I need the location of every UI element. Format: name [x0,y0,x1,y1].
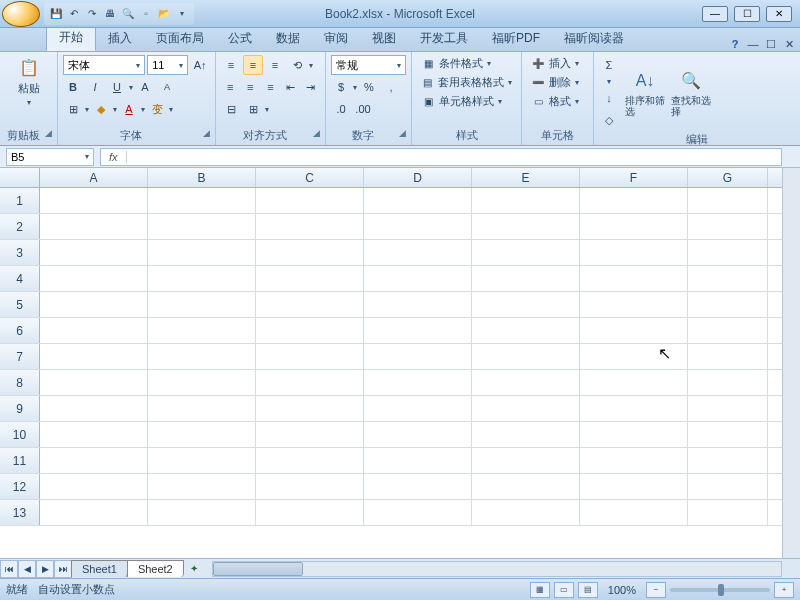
tab-formulas[interactable]: 公式 [216,26,264,51]
cell[interactable] [688,396,768,421]
cell[interactable] [364,474,472,499]
col-header-C[interactable]: C [256,168,364,187]
cell[interactable] [364,448,472,473]
vertical-scrollbar[interactable] [782,168,800,558]
tab-insert[interactable]: 插入 [96,26,144,51]
cell[interactable] [688,188,768,213]
cell[interactable] [148,422,256,447]
print-icon[interactable]: 🖶 [102,6,118,22]
cell[interactable] [148,240,256,265]
cell[interactable] [472,422,580,447]
currency-button[interactable]: $ [331,77,351,97]
cell[interactable] [688,370,768,395]
cell[interactable] [580,370,688,395]
cell[interactable] [256,422,364,447]
hscroll-thumb[interactable] [213,562,303,576]
new-icon[interactable]: ▫ [138,6,154,22]
cell[interactable] [472,214,580,239]
cell[interactable] [472,318,580,343]
cell[interactable] [472,240,580,265]
select-all-corner[interactable] [0,168,40,187]
cell[interactable] [256,474,364,499]
cell[interactable] [40,500,148,525]
open-icon[interactable]: 📂 [156,6,172,22]
row-header-2[interactable]: 2 [0,214,40,239]
maximize-button[interactable]: ☐ [734,6,760,22]
cell[interactable] [364,214,472,239]
name-box[interactable]: B5▾ [6,148,94,166]
merge-button[interactable]: ⊞ [243,99,263,119]
cell[interactable] [688,474,768,499]
row-header-5[interactable]: 5 [0,292,40,317]
cell[interactable] [256,344,364,369]
cell[interactable] [256,448,364,473]
tab-foxit-reader[interactable]: 福昕阅读器 [552,26,636,51]
cell[interactable] [580,396,688,421]
cell[interactable] [364,344,472,369]
shrink-font-button[interactable]: A [157,77,177,97]
cell[interactable] [148,188,256,213]
align-left-button[interactable]: ≡ [221,77,239,97]
format-cells-button[interactable]: ▭格式▾ [527,93,588,110]
tab-foxit-pdf[interactable]: 福昕PDF [480,26,552,51]
cell[interactable] [364,318,472,343]
cell[interactable] [688,448,768,473]
next-sheet-button[interactable]: ▶ [36,560,54,578]
zoom-slider[interactable] [670,588,770,592]
grow-font-icon[interactable]: A↑ [190,55,210,75]
cell[interactable] [472,448,580,473]
dec-decimal-button[interactable]: .00 [353,99,373,119]
font-size-combo[interactable]: 11▾ [147,55,188,75]
tab-home[interactable]: 开始 [46,24,96,51]
italic-button[interactable]: I [85,77,105,97]
cell[interactable] [148,448,256,473]
cell[interactable] [148,500,256,525]
cell[interactable] [256,188,364,213]
cell[interactable] [472,292,580,317]
phonetic-button[interactable]: 变 [147,99,167,119]
preview-icon[interactable]: 🔍 [120,6,136,22]
save-icon[interactable]: 💾 [48,6,64,22]
cell[interactable] [148,318,256,343]
cell[interactable] [472,188,580,213]
cell[interactable] [580,448,688,473]
cell[interactable] [364,422,472,447]
align-middle-button[interactable]: ≡ [243,55,263,75]
cell[interactable] [40,396,148,421]
wrap-text-button[interactable]: ⊟ [221,99,241,119]
find-select-button[interactable]: 🔍 查找和选择 [671,69,711,117]
cell[interactable] [148,344,256,369]
cell[interactable] [580,318,688,343]
row-header-11[interactable]: 11 [0,448,40,473]
cell[interactable] [688,240,768,265]
doc-restore-button[interactable]: ☐ [764,37,778,51]
cell[interactable] [688,214,768,239]
conditional-format-button[interactable]: ▦条件格式▾ [417,55,516,72]
cell-styles-button[interactable]: ▣单元格样式▾ [417,93,516,110]
cell[interactable] [40,292,148,317]
row-header-6[interactable]: 6 [0,318,40,343]
format-as-table-button[interactable]: ▤套用表格格式▾ [417,74,516,91]
cell[interactable] [148,474,256,499]
cell[interactable] [472,500,580,525]
fill-color-button[interactable]: ◆ [91,99,111,119]
row-header-4[interactable]: 4 [0,266,40,291]
tab-data[interactable]: 数据 [264,26,312,51]
col-header-G[interactable]: G [688,168,768,187]
normal-view-button[interactable]: ▦ [530,582,550,598]
sheet-tab-2[interactable]: Sheet2 [127,560,184,577]
underline-button[interactable]: U [107,77,127,97]
cell[interactable] [40,370,148,395]
cell[interactable] [364,370,472,395]
redo-icon[interactable]: ↷ [84,6,100,22]
cell[interactable] [580,240,688,265]
cell[interactable] [472,474,580,499]
close-button[interactable]: ✕ [766,6,792,22]
spreadsheet-grid[interactable]: ABCDEFG 12345678910111213 [0,168,800,558]
indent-inc-button[interactable]: ⇥ [302,77,320,97]
clear-button[interactable]: ◇ [599,110,619,130]
col-header-A[interactable]: A [40,168,148,187]
formula-input[interactable]: fx [100,148,782,166]
prev-sheet-button[interactable]: ◀ [18,560,36,578]
cell[interactable] [40,474,148,499]
